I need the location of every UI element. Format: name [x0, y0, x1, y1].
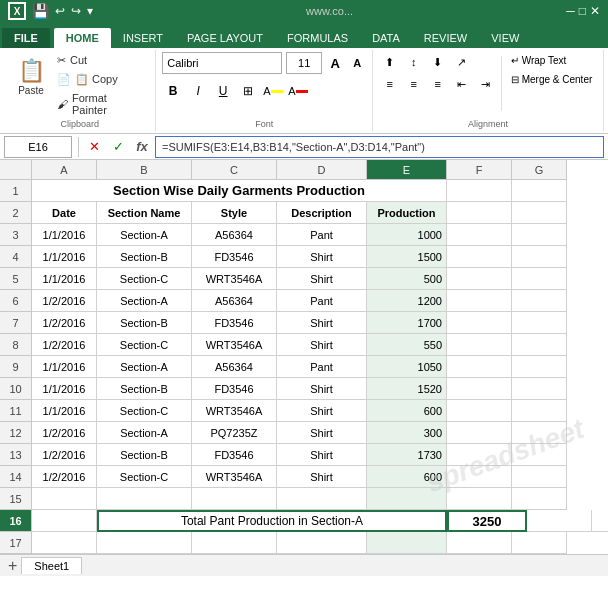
format-painter-button[interactable]: 🖌 Format Painter [52, 90, 149, 118]
tab-page-layout[interactable]: PAGE LAYOUT [175, 28, 275, 48]
indent-right-button[interactable]: ⇥ [475, 74, 497, 94]
cell-15d[interactable] [277, 488, 367, 510]
row-num-6[interactable]: 6 [0, 290, 32, 312]
cell-15f[interactable] [447, 488, 512, 510]
cell-7e[interactable]: 1700 [367, 312, 447, 334]
cell-4f[interactable] [447, 246, 512, 268]
cell-13a[interactable]: 1/2/2016 [32, 444, 97, 466]
col-header-a[interactable]: A [32, 160, 97, 180]
row-num-8[interactable]: 8 [0, 334, 32, 356]
cell-13g[interactable] [512, 444, 567, 466]
cell-16g[interactable] [592, 510, 608, 532]
cell-14c[interactable]: WRT3546A [192, 466, 277, 488]
cell-15e[interactable] [367, 488, 447, 510]
copy-button[interactable]: 📄 📋 Copy [52, 71, 149, 88]
cell-8g[interactable] [512, 334, 567, 356]
cell-4b[interactable]: Section-B [97, 246, 192, 268]
cell-9g[interactable] [512, 356, 567, 378]
cell-10b[interactable]: Section-B [97, 378, 192, 400]
wrap-text-button[interactable]: ↵ Wrap Text [506, 52, 598, 69]
row-num-2[interactable]: 2 [0, 202, 32, 224]
name-box[interactable] [4, 136, 72, 158]
cell-17b[interactable] [97, 532, 192, 554]
text-angle-button[interactable]: ↗ [451, 52, 473, 72]
confirm-formula-icon[interactable]: ✓ [109, 139, 127, 154]
row-num-15[interactable]: 15 [0, 488, 32, 510]
cell-7f[interactable] [447, 312, 512, 334]
cell-8b[interactable]: Section-C [97, 334, 192, 356]
cell-5e[interactable]: 500 [367, 268, 447, 290]
col-header-g[interactable]: G [512, 160, 567, 180]
cell-14d[interactable]: Shirt [277, 466, 367, 488]
sheet-tab-1[interactable]: Sheet1 [21, 557, 82, 574]
row-num-12[interactable]: 12 [0, 422, 32, 444]
align-center-button[interactable]: ≡ [403, 74, 425, 94]
cell-9a[interactable]: 1/1/2016 [32, 356, 97, 378]
cell-6g[interactable] [512, 290, 567, 312]
font-name-input[interactable] [162, 52, 282, 74]
align-top-button[interactable]: ⬆ [379, 52, 401, 72]
cell-12b[interactable]: Section-A [97, 422, 192, 444]
window-maximize[interactable]: □ [579, 4, 586, 18]
cell-7g[interactable] [512, 312, 567, 334]
cell-2g[interactable] [512, 202, 567, 224]
border-button[interactable]: ⊞ [237, 80, 259, 102]
tab-data[interactable]: DATA [360, 28, 412, 48]
cell-13f[interactable] [447, 444, 512, 466]
cell-2d[interactable]: Description [277, 202, 367, 224]
cell-15c[interactable] [192, 488, 277, 510]
row-num-9[interactable]: 9 [0, 356, 32, 378]
cell-11d[interactable]: Shirt [277, 400, 367, 422]
cell-10g[interactable] [512, 378, 567, 400]
font-increase-button[interactable]: A [326, 54, 344, 72]
indent-left-button[interactable]: ⇤ [451, 74, 473, 94]
cell-11g[interactable] [512, 400, 567, 422]
cell-5b[interactable]: Section-C [97, 268, 192, 290]
cell-3f[interactable] [447, 224, 512, 246]
row-num-7[interactable]: 7 [0, 312, 32, 334]
cell-4g[interactable] [512, 246, 567, 268]
cell-16a[interactable] [32, 510, 97, 532]
row-num-4[interactable]: 4 [0, 246, 32, 268]
merge-center-button[interactable]: ⊟ Merge & Center [506, 71, 598, 88]
align-left-button[interactable]: ≡ [379, 74, 401, 94]
col-header-b[interactable]: B [97, 160, 192, 180]
cell-13e[interactable]: 1730 [367, 444, 447, 466]
font-decrease-button[interactable]: A [348, 54, 366, 72]
cell-8e[interactable]: 550 [367, 334, 447, 356]
bold-button[interactable]: B [162, 80, 184, 102]
tab-file[interactable]: FILE [2, 28, 50, 48]
cell-16-label[interactable]: Total Pant Production in Section-A [97, 510, 447, 532]
cell-17f[interactable] [447, 532, 512, 554]
cell-2a[interactable]: Date [32, 202, 97, 224]
cell-12d[interactable]: Shirt [277, 422, 367, 444]
cell-2c[interactable]: Style [192, 202, 277, 224]
quick-access-save[interactable]: 💾 [32, 3, 49, 19]
paste-button[interactable]: 📋 Paste [10, 52, 52, 129]
tab-view[interactable]: VIEW [479, 28, 531, 48]
cell-2b[interactable]: Section Name [97, 202, 192, 224]
col-header-d[interactable]: D [277, 160, 367, 180]
window-minimize[interactable]: ─ [566, 4, 575, 18]
quick-access-redo[interactable]: ↪ [71, 4, 81, 18]
cell-2e[interactable]: Production [367, 202, 447, 224]
row-num-17[interactable]: 17 [0, 532, 32, 554]
cell-5c[interactable]: WRT3546A [192, 268, 277, 290]
align-middle-button[interactable]: ↕ [403, 52, 425, 72]
cell-5a[interactable]: 1/1/2016 [32, 268, 97, 290]
cell-14f[interactable] [447, 466, 512, 488]
window-close[interactable]: ✕ [590, 4, 600, 18]
cell-12a[interactable]: 1/2/2016 [32, 422, 97, 444]
row-num-1[interactable]: 1 [0, 180, 32, 202]
cell-9b[interactable]: Section-A [97, 356, 192, 378]
cell-12e[interactable]: 300 [367, 422, 447, 444]
cell-6d[interactable]: Pant [277, 290, 367, 312]
cell-9d[interactable]: Pant [277, 356, 367, 378]
cancel-formula-icon[interactable]: ✕ [85, 139, 103, 154]
cell-9f[interactable] [447, 356, 512, 378]
row-num-13[interactable]: 13 [0, 444, 32, 466]
cell-3d[interactable]: Pant [277, 224, 367, 246]
cell-7c[interactable]: FD3546 [192, 312, 277, 334]
cell-10a[interactable]: 1/1/2016 [32, 378, 97, 400]
cell-4d[interactable]: Shirt [277, 246, 367, 268]
